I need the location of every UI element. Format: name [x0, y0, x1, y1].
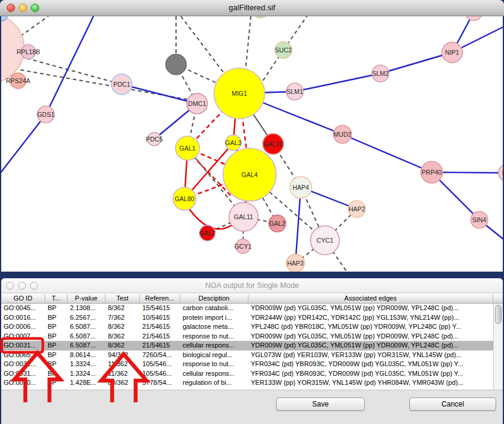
cell: protein import i... — [180, 314, 248, 322]
cell: GO:0031... — [1, 370, 45, 378]
cell: GO:0050... — [1, 379, 45, 387]
column-header-go-id[interactable]: GO ID — [1, 295, 45, 302]
table-body: GO:0045...BP2.1308...8/36215/54615carbon… — [1, 304, 493, 388]
cell: cellular respons... — [180, 341, 248, 350]
table-row[interactable]: GO:0007...BP6.5087...8/36221/54615respon… — [1, 332, 493, 341]
column-header-test[interactable]: Test — [106, 295, 140, 302]
node-label-SLM1: SLM1 — [286, 88, 303, 95]
table-header[interactable]: GO IDT...P-valueTestReferen...Desciption… — [1, 293, 503, 304]
cell: GO:0065... — [1, 351, 45, 360]
network-window-titlebar[interactable]: galFiltered.sif — [0, 0, 504, 16]
cell: 8.0614... — [68, 351, 106, 360]
cell: 7/362 — [106, 314, 140, 322]
node-label-GAL7: GAL7 — [200, 229, 216, 237]
noa-window-titlebar[interactable]: NOA output for Single Mode — [1, 278, 503, 293]
node-label-CYC1: CYC1 — [317, 237, 333, 244]
cell: GO:0045... — [1, 304, 45, 313]
cell: BP — [45, 314, 68, 322]
cell: 21/54615 — [140, 323, 180, 331]
node-label-GAL80: GAL80 — [175, 195, 195, 202]
table-row[interactable]: GO:0031...BP1.3324...11/362105/546...res… — [1, 360, 493, 369]
node-label-HAP3: HAP3 — [287, 260, 304, 267]
cell: 6.5087... — [68, 341, 106, 350]
node-label-MUD2: MUD2 — [333, 131, 351, 138]
cell: 105/546... — [140, 370, 180, 378]
cell: BP — [45, 360, 68, 369]
cell: 10/54615 — [140, 314, 180, 322]
column-header-p-value[interactable]: P-value — [68, 295, 106, 302]
node-label-PDC5: PDC5 — [146, 136, 163, 143]
node-label-MIG1: MIG1 — [232, 90, 247, 97]
cell: BP — [45, 351, 68, 360]
graph-edge — [380, 52, 452, 73]
node-label-GAL1: GAL1 — [180, 145, 196, 152]
table-row[interactable]: GO:0031...BP6.5087...8/36221/54615cellul… — [1, 341, 493, 351]
node-unlabeled[interactable] — [254, 16, 267, 18]
cancel-button[interactable]: Cancel — [409, 398, 496, 411]
node-label-SUC2: SUC2 — [275, 46, 292, 54]
table-row[interactable]: GO:0050...BP1.428E...80/3625778/54...reg… — [1, 378, 493, 388]
node-label-MSI: MSI — [502, 169, 503, 176]
cell: 8/362 — [106, 304, 140, 313]
network-window-title: galFiltered.sif — [0, 3, 504, 12]
cell: 8/362 — [106, 332, 140, 341]
vertical-scrollbar[interactable] — [493, 304, 503, 390]
cell: galactose meta... — [180, 323, 248, 331]
network-canvas[interactable]: RPL18BRPS24AGDS1PDC1MIG1DMC1SUC2NIP1SLM2… — [0, 16, 504, 274]
cell: cellular respons... — [180, 370, 248, 378]
node-label-RPS24A: RPS24A — [6, 77, 30, 84]
cell: YDR009W (pd) YGL035C, YML051W (pp) YDR00… — [248, 304, 493, 313]
cell: GO:0006... — [1, 323, 45, 331]
node-label-GAL10: GAL10 — [263, 140, 283, 148]
screen: { "net_window": { "title": "galFiltered.… — [0, 0, 504, 424]
cell: GO:0007... — [1, 332, 45, 341]
table-row[interactable]: GO:0006...BP6.5087...8/36221/54615galact… — [1, 322, 493, 332]
cell: response to nut... — [180, 360, 248, 369]
cell: 6.5087... — [68, 332, 106, 341]
cell: 21/54615 — [140, 332, 180, 341]
graph-edge — [295, 187, 301, 263]
graph-edge — [1, 114, 46, 173]
node-label-DMC1: DMC1 — [188, 100, 206, 107]
cell: YFR034C (pd) YBR093C, YDR009W (pd) YGL03… — [248, 360, 493, 369]
column-header-t-[interactable]: T... — [45, 295, 68, 302]
cell: BP — [45, 370, 68, 378]
table-row[interactable]: GO:0016...BP6.2567...7/36210/54615protei… — [1, 313, 493, 323]
cell: YER133W (pp) YOR315W, YNL145W (pd) YHR08… — [248, 379, 493, 387]
cell: YFR034C (pd) YBR093C, YDR009W (pd) YGL03… — [248, 370, 493, 378]
cell: regulation of bi... — [180, 379, 248, 387]
cell: carbon cataboli... — [180, 304, 248, 313]
table-row[interactable]: GO:0065...BP8.0614...94/3627260/54...bio… — [1, 351, 493, 360]
cell: biological regul... — [180, 351, 248, 360]
node-label-HAP4: HAP4 — [292, 184, 309, 191]
save-button[interactable]: Save — [276, 398, 365, 411]
noa-window: NOA output for Single Mode GO IDT...P-va… — [1, 278, 503, 424]
cell: response to nut... — [180, 332, 248, 341]
scrollbar-thumb[interactable] — [495, 305, 502, 324]
column-header-desciption[interactable]: Desciption — [180, 295, 248, 302]
node-label-PRP40: PRP40 — [421, 169, 441, 176]
cell: YGL073W (pd) YER103W, YER133W (pp) YOR31… — [248, 351, 493, 360]
graph-edge — [20, 16, 48, 36]
table-row[interactable]: GO:0045...BP2.1308...8/36215/54615carbon… — [1, 304, 493, 313]
cell: GO:0016... — [1, 314, 45, 322]
network-window: galFiltered.sif RPL18BRPS24AGDS1PDC1MIG1… — [0, 0, 504, 274]
node-label-GAL2: GAL2 — [269, 220, 286, 227]
graph-edge — [342, 134, 432, 172]
table-row[interactable]: GO:0031...BP1.3324...11/362105/546...cel… — [1, 369, 493, 379]
column-header-associated-edges[interactable]: Associated edges — [248, 295, 493, 302]
cell: 5778/54... — [140, 379, 180, 387]
node-label-GDS1: GDS1 — [37, 111, 55, 118]
cell: BP — [45, 341, 68, 350]
node-label-GAL11: GAL11 — [234, 213, 253, 220]
node-label-GCY1: GCY1 — [235, 243, 252, 250]
node-unlabeled[interactable] — [465, 16, 482, 20]
cell: YDR244W (pp) YDR142C, YDR142C (pp) YGL15… — [248, 314, 493, 322]
cell: 8/362 — [106, 323, 140, 331]
node-unlabeled[interactable] — [166, 54, 186, 75]
cell: GO:0031... — [1, 360, 45, 369]
cell: BP — [45, 379, 68, 387]
column-header-referen-[interactable]: Referen... — [140, 295, 180, 302]
cell: 15/54615 — [140, 304, 180, 313]
cell: 6.5087... — [68, 323, 106, 331]
